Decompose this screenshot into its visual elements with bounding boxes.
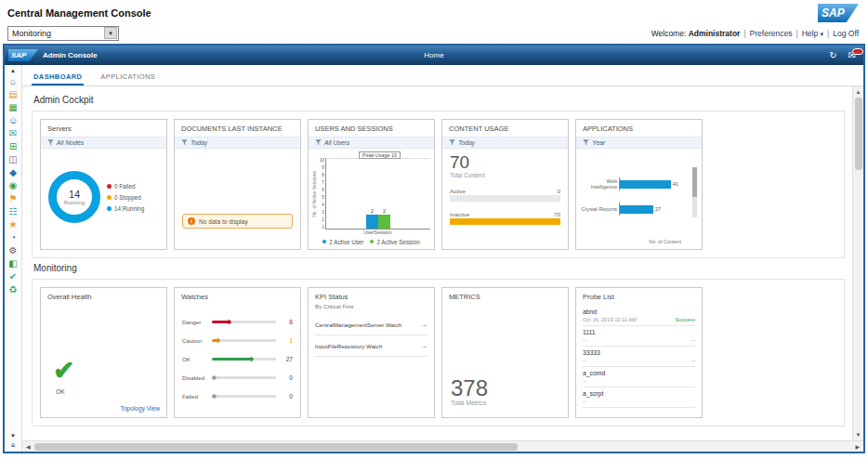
topology-view-link[interactable]: Topology View	[121, 405, 160, 412]
scroll-down-icon[interactable]: ▼	[856, 431, 861, 439]
kpi-items: CentralManagementServer Watch → InputFil…	[309, 314, 434, 357]
sap-logo-text: SAP	[11, 51, 26, 59]
user-links: Welcome: Administrator | Preferences | H…	[651, 29, 859, 38]
arrow-right-icon[interactable]: →	[420, 342, 427, 350]
calendars-icon[interactable]: ☷	[9, 205, 18, 218]
probe-row-a-comd[interactable]: a_comd --	[583, 367, 695, 387]
arrow-right-icon[interactable]: →	[420, 321, 427, 329]
card-servers-title: Servers	[41, 120, 166, 137]
documents-filter[interactable]: Today	[175, 137, 300, 149]
probe-row-a-scrpt[interactable]: a_scrpt --	[583, 387, 695, 408]
horizontal-scrollbar[interactable]: ◀ ▶	[22, 440, 863, 452]
x-axis-label: UserSession	[312, 230, 430, 236]
card-kpi-status: KPI Status By Critical First CentralMana…	[308, 287, 435, 418]
card-probe-list: Probe List abnd Oct 16, 2019 10:11 AMSuc…	[575, 287, 703, 418]
sidebar-scroll-down-icon[interactable]: ▼	[10, 431, 16, 440]
scroll-left-icon[interactable]: ◀	[26, 443, 31, 451]
web-intelligence-bar	[620, 180, 671, 189]
access-levels-icon[interactable]: ⚑	[9, 192, 18, 205]
help-menu[interactable]: Help ▾	[802, 29, 823, 38]
content-usage-filter[interactable]: Today	[442, 137, 568, 149]
probe-row-abnd[interactable]: abnd Oct 16, 2019 10:11 AMSuccess	[583, 306, 695, 326]
card-overall-health-title: Overall Health	[41, 288, 166, 305]
watch-row-disabled: Disabled 0	[182, 374, 293, 381]
home-icon[interactable]: ⌂	[10, 75, 16, 88]
mail-icon[interactable]: ✉	[848, 51, 856, 60]
sidebar-page-down-icon[interactable]: ⇊	[10, 440, 15, 450]
probe-row-33333[interactable]: 33333 ----	[583, 347, 695, 367]
users-icon[interactable]: ☺	[8, 114, 18, 127]
universes-icon[interactable]: ◆	[9, 166, 17, 179]
vertical-scrollbar[interactable]: ▲ ▼	[852, 86, 863, 440]
applications-chart: Web Intelligence 41 Crystal Reports 27	[576, 149, 702, 249]
recycle-bin-icon[interactable]: ♻	[9, 283, 18, 296]
sessions-icon[interactable]: ◔	[10, 231, 16, 244]
kpi-item-input-frs-watch[interactable]: InputFileRepository Watch →	[315, 335, 427, 357]
legend-dot-failed	[107, 184, 112, 189]
probe-row-1111[interactable]: 1111 ----	[583, 326, 695, 347]
tab-dashboard[interactable]: DASHBOARD	[32, 69, 84, 85]
card-users-and-sessions: USERS AND SESSIONS All Users Peak Usage …	[308, 119, 435, 250]
scroll-up-icon[interactable]: ▲	[856, 88, 861, 96]
folders-icon[interactable]: ▤	[8, 88, 17, 101]
ok-track	[212, 358, 276, 361]
console-app-title: Admin Console	[43, 51, 98, 59]
auditing-icon[interactable]: ✔	[9, 270, 17, 283]
filter-icon	[583, 139, 589, 146]
servers-running-count: 14	[69, 189, 80, 200]
content-usage-body: 70 Total Content Active0 Inactive70	[442, 149, 568, 249]
chart-scrollbar[interactable]	[692, 167, 697, 217]
active-session-bar: 2	[378, 215, 390, 229]
metrics-body: 378 Total Metrics	[442, 305, 568, 417]
total-content-value: 70	[450, 153, 560, 172]
events-icon[interactable]: ★	[9, 218, 18, 231]
sap-logo: SAP	[818, 4, 859, 22]
home-label: Home	[424, 51, 443, 59]
inboxes-icon[interactable]: ✉	[9, 127, 17, 140]
categories-icon[interactable]: ▦	[8, 101, 17, 114]
legend-item-active-user: 2 Active User	[322, 239, 363, 245]
servers-filter-label: All Nodes	[57, 139, 84, 146]
danger-fill	[212, 321, 230, 323]
console-frame: SAP Admin Console Home ↻ ✉ ▲ ⌂ ▤ ▦ ☺ ✉ ⊞…	[3, 44, 865, 453]
users-sessions-filter-label: All Users	[324, 139, 349, 146]
servers-filter[interactable]: All Nodes	[41, 137, 166, 149]
servers-icon[interactable]: ⊞	[9, 140, 17, 153]
users-sessions-filter[interactable]: All Users	[309, 137, 434, 149]
separator: |	[796, 29, 797, 38]
total-metrics-label: Total Metrics	[451, 400, 559, 406]
tab-applications[interactable]: APPLICATIONS	[99, 69, 157, 85]
inactive-row: Inactive70	[450, 211, 560, 217]
applications-icon[interactable]: ◫	[8, 153, 17, 166]
caret-down-icon: ▾	[821, 31, 824, 37]
horizontal-scrollbar-thumb[interactable]	[34, 443, 518, 451]
y-axis-label: No. of Active Sessions	[312, 171, 317, 217]
preferences-link[interactable]: Preferences	[750, 29, 793, 38]
log-off-link[interactable]: Log Off	[833, 29, 859, 38]
card-watches-title: Watches	[175, 288, 300, 305]
console-area-dropdown[interactable]: Monitoring ▾	[7, 26, 119, 41]
vertical-scrollbar-thumb[interactable]	[855, 98, 862, 170]
scroll-right-icon[interactable]: ▶	[855, 443, 860, 451]
applications-filter[interactable]: Year	[576, 137, 702, 149]
probe-status: --	[691, 358, 695, 363]
connections-icon[interactable]: ◉	[9, 179, 18, 192]
admin-cockpit-panel: Servers All Nodes 14 Running	[32, 111, 845, 258]
settings-icon[interactable]: ⚙	[9, 244, 18, 257]
legend-dot-stopped	[107, 195, 112, 200]
sidebar-icon-rail: ▲ ⌂ ▤ ▦ ☺ ✉ ⊞ ◫ ◆ ◉ ⚑ ☷ ★ ◔ ⚙ ◧ ✔ ♻ ▼ ⇊	[5, 65, 22, 452]
disabled-fill	[212, 376, 215, 379]
chart-scrollbar-thumb[interactable]	[692, 167, 697, 197]
card-applications: APPLICATIONS Year Web Intelligence 41	[575, 119, 703, 250]
sidebar-scroll-up-icon[interactable]: ▲	[10, 66, 16, 75]
kpi-item-cms-watch[interactable]: CentralManagementServer Watch →	[315, 314, 427, 335]
caution-fill	[212, 339, 218, 342]
no-data-text: No data to display	[199, 218, 248, 225]
refresh-icon[interactable]: ↻	[829, 51, 836, 60]
monitoring-panel: Overall Health ✔ OK Topology View Watche…	[32, 279, 845, 426]
monitoring-icon[interactable]: ◧	[8, 257, 17, 270]
nav-row: Monitoring ▾ Welcome: Administrator | Pr…	[0, 24, 868, 42]
chevron-down-icon[interactable]: ▾	[104, 27, 117, 39]
filter-icon	[449, 139, 455, 146]
applications-x-axis-label: No. of Content	[580, 239, 698, 247]
